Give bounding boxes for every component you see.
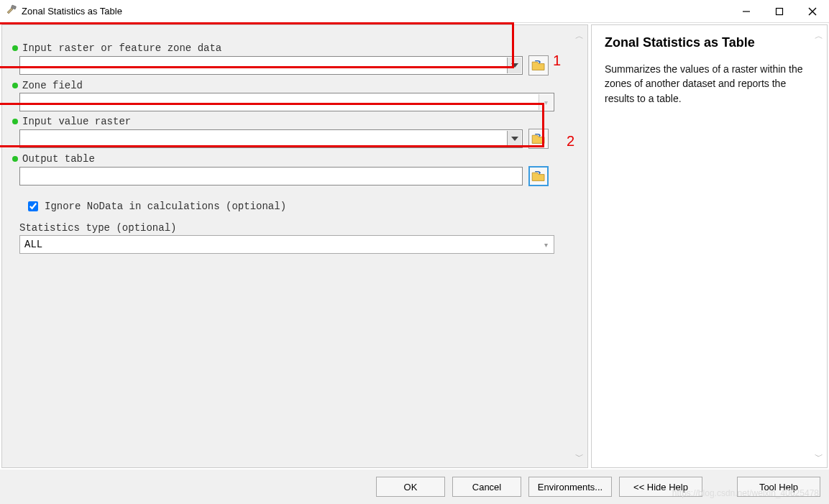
annotation-label-2: 2 <box>567 133 574 150</box>
watermark-text: https://blog.csdn.net/weixin_40625478 <box>672 488 819 498</box>
window-title: Zonal Statistics as Table <box>22 6 122 17</box>
required-bullet-icon <box>12 45 18 51</box>
stat-type-label: Statistics type (optional) <box>19 222 574 234</box>
required-bullet-icon <box>12 83 18 88</box>
browse-zone-data-button[interactable] <box>528 55 549 75</box>
ignore-nodata-label: Ignore NoData in calculations (optional) <box>45 201 286 212</box>
zone-field-input[interactable] <box>19 93 554 111</box>
maximize-button[interactable] <box>763 0 796 23</box>
svg-rect-2 <box>777 8 783 14</box>
help-title: Zonal Statistics as Table <box>605 35 815 50</box>
dropdown-icon[interactable] <box>507 58 521 73</box>
zone-data-input[interactable] <box>19 56 523 75</box>
value-raster-input[interactable] <box>19 129 523 148</box>
browse-value-raster-button[interactable] <box>528 129 549 149</box>
cancel-button[interactable]: Cancel <box>452 477 521 497</box>
required-bullet-icon <box>12 156 18 162</box>
value-raster-label: Input value raster <box>19 116 574 127</box>
required-bullet-icon <box>12 119 18 124</box>
scroll-down-icon[interactable]: ﹀ <box>812 450 825 463</box>
environments-button[interactable]: Environments... <box>528 477 612 497</box>
close-button[interactable] <box>796 0 829 23</box>
annotation-label-1: 1 <box>553 52 561 69</box>
zone-field-label: Zone field <box>19 80 574 91</box>
ignore-nodata-checkbox[interactable] <box>28 201 38 211</box>
output-table-input[interactable] <box>19 167 523 185</box>
browse-output-table-button[interactable] <box>528 166 549 186</box>
tool-hammer-icon <box>6 4 17 19</box>
dropdown-icon[interactable]: ▾ <box>539 237 553 252</box>
minimize-button[interactable] <box>730 0 763 23</box>
stat-type-select[interactable] <box>19 235 554 254</box>
dropdown-icon[interactable]: ▾ <box>539 94 553 110</box>
form-panel: ︿ ﹀ Input raster or feature zone data <box>1 24 588 468</box>
zone-data-label: Input raster or feature zone data <box>19 42 574 54</box>
help-body: Summarizes the values of a raster within… <box>605 62 815 106</box>
ignore-nodata-checkbox-row[interactable]: Ignore NoData in calculations (optional) <box>25 199 574 214</box>
help-panel: ︿ ﹀ Zonal Statistics as Table Summarizes… <box>591 24 828 468</box>
scroll-up-icon[interactable]: ︿ <box>812 29 825 42</box>
output-table-label: Output table <box>19 153 574 165</box>
ok-button[interactable]: OK <box>376 477 445 497</box>
button-bar: OK Cancel Environments... << Hide Help T… <box>0 469 829 504</box>
dropdown-icon[interactable] <box>507 131 521 147</box>
title-bar: Zonal Statistics as Table <box>0 0 829 23</box>
